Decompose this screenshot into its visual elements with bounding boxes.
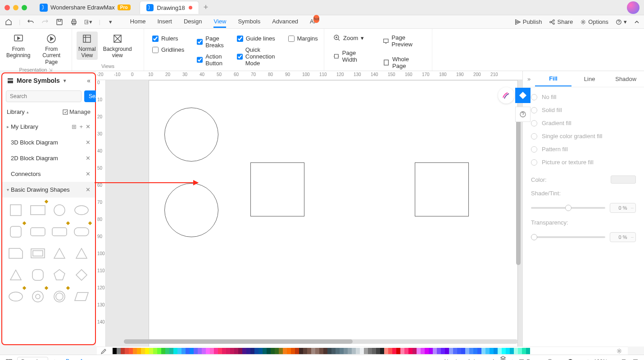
color-swatch[interactable] [449,348,453,354]
share-button[interactable]: Share [549,18,573,25]
collapse-library-icon[interactable]: ▴ [27,110,29,114]
color-swatch[interactable] [348,348,352,354]
close-icon[interactable]: ✕ [86,155,91,162]
color-swatch[interactable] [461,348,465,354]
color-swatch[interactable] [202,348,206,354]
close-icon[interactable]: ✕ [86,139,91,146]
color-swatch[interactable] [522,348,526,354]
ai-assist-button[interactable] [498,87,514,104]
canvas[interactable] [106,80,522,346]
document-tab[interactable]: 〕 Drawing18 [140,1,199,14]
library-item-connectors[interactable]: ▸Connectors ✕ [2,166,95,182]
fill-option-picture[interactable]: Picture or texture fill [531,159,636,166]
present-icon[interactable] [547,359,553,360]
fill-option-no-fill[interactable]: No fill [531,94,636,100]
margins-checkbox[interactable]: Margins [288,35,318,42]
shape-ellipse-2[interactable] [7,288,25,306]
color-swatch[interactable] [129,348,133,354]
expand-panel-icon[interactable]: » [523,76,535,82]
color-swatch[interactable] [376,348,380,354]
close-icon[interactable]: ✕ [86,171,91,177]
page-breaks-checkbox[interactable]: Page Breaks [197,35,224,49]
color-swatch[interactable] [173,348,177,354]
guide-lines-checkbox[interactable]: Guide lines [237,35,276,42]
search-input[interactable] [6,90,82,102]
canvas-shape-circle-1[interactable] [164,108,218,162]
color-swatch[interactable] [425,348,429,354]
color-swatch[interactable] [177,348,181,354]
new-tab-button[interactable]: + [204,3,209,12]
color-swatch[interactable] [473,348,477,354]
zoom-button[interactable]: Zoom▾ [331,32,371,43]
color-swatch[interactable] [283,348,287,354]
color-swatch[interactable] [250,348,254,354]
color-swatch[interactable] [263,348,267,354]
color-swatch[interactable] [226,348,230,354]
add-page-button[interactable]: + [53,358,57,360]
shape-donut[interactable] [29,288,47,306]
color-picker[interactable] [611,176,636,184]
background-view-button[interactable]: Background view [101,32,134,60]
normal-view-button[interactable]: Normal View [77,32,98,60]
color-swatch[interactable] [364,348,368,354]
close-icon[interactable]: ✕ [86,186,91,193]
color-swatch[interactable] [117,348,121,354]
from-current-button[interactable]: From Current Page [36,32,67,66]
color-swatch[interactable] [437,348,441,354]
color-swatch[interactable] [477,348,481,354]
color-swatch[interactable] [198,348,202,354]
color-swatch[interactable] [360,348,364,354]
shade-slider[interactable] [531,207,605,209]
shade-value[interactable]: 0 % [610,203,636,213]
fit-page-icon[interactable] [632,359,639,360]
save-icon[interactable] [55,18,63,26]
shape-pentagon[interactable] [50,266,68,284]
color-swatch[interactable] [356,348,360,354]
shape-ellipse[interactable] [73,201,91,219]
shape-frame[interactable] [29,244,47,262]
color-swatch[interactable] [121,348,125,354]
layers-icon[interactable]: ▾ [500,356,506,360]
collapse-ribbon-icon[interactable] [634,19,639,25]
fill-option-single-gradient[interactable]: Single color gradient fill [531,133,636,140]
fill-tool-icon[interactable] [515,88,531,103]
color-swatch[interactable] [145,348,149,354]
vertical-scrollbar[interactable] [516,103,521,328]
shape-snip-corner[interactable] [7,244,25,262]
color-swatch[interactable] [368,348,372,354]
color-swatch[interactable] [307,348,311,354]
page-width-button[interactable]: Page Width [331,48,371,65]
shape-circle[interactable] [50,201,68,219]
canvas-shape-square-2[interactable] [415,162,469,216]
color-swatch[interactable] [303,348,307,354]
color-swatch[interactable] [518,348,522,354]
fit-width-icon[interactable] [621,359,627,360]
color-swatch[interactable] [218,348,222,354]
shape-rounded-square-2[interactable] [29,266,47,284]
export-icon[interactable]: ▾ [84,18,92,26]
help-icon[interactable]: ▾ [616,18,627,25]
add-icon[interactable]: + [79,123,83,130]
shape-triangle[interactable] [50,244,68,262]
help-tool-icon[interactable] [515,107,531,122]
color-swatch[interactable] [181,348,186,354]
color-swatch[interactable] [246,348,250,354]
color-swatch[interactable] [396,348,400,354]
publish-button[interactable]: Publish [515,18,542,25]
page-selector[interactable]: Page-1▾ [17,357,48,360]
fill-option-gradient[interactable]: Gradient fill [531,120,636,126]
pages-panel-icon[interactable] [5,358,13,360]
color-swatch[interactable] [161,348,165,354]
redo-icon[interactable] [41,18,49,26]
shape-square[interactable] [7,201,25,219]
color-swatch[interactable] [137,348,141,354]
color-swatch[interactable] [254,348,259,354]
color-swatch[interactable] [323,348,327,354]
color-swatch[interactable] [165,348,169,354]
color-swatch[interactable] [133,348,137,354]
color-swatch[interactable] [514,348,518,354]
color-swatch[interactable] [441,348,445,354]
drawing-page[interactable] [149,80,518,346]
minimize-window[interactable] [13,5,18,10]
fill-option-solid[interactable]: Solid fill [531,107,636,113]
